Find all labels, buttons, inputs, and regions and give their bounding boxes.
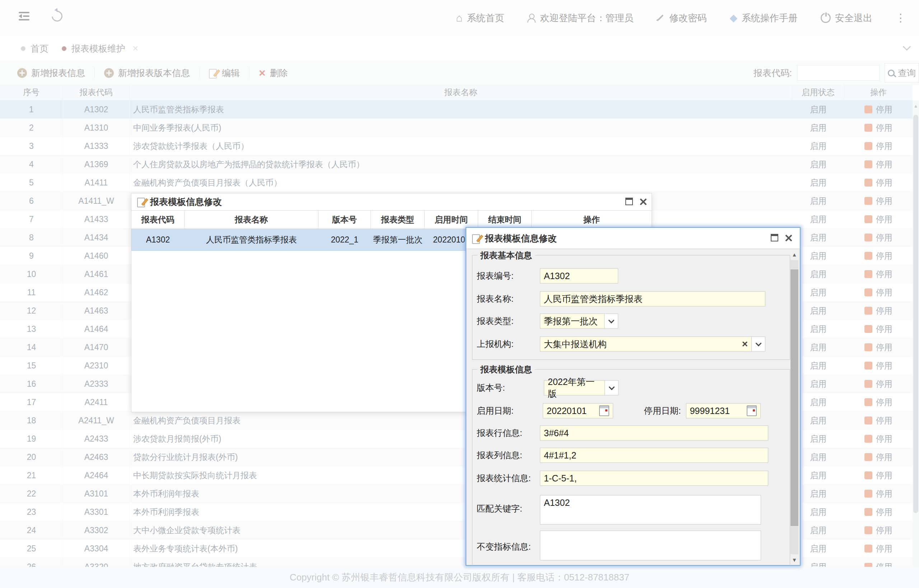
report-no-label: 报表编号: — [477, 270, 540, 282]
report-type-select[interactable]: 季报第一批次 — [540, 313, 605, 329]
report-name-label: 报表名称: — [477, 293, 540, 305]
report-type-dropdown-button[interactable] — [605, 313, 618, 329]
keyword-textarea[interactable]: A1302 — [540, 495, 761, 525]
dialog-title: 报表模板信息修改 — [485, 233, 557, 244]
report-org-dropdown-button[interactable] — [752, 336, 765, 352]
col-end-time: 结束时间 — [478, 211, 532, 229]
version-dropdown-button[interactable] — [605, 380, 618, 395]
fieldset-legend: 报表基本信息 — [477, 250, 535, 261]
report-org-value: 大集中报送机构 — [544, 338, 607, 350]
chevron-down-icon — [755, 341, 761, 347]
keyword-label: 匹配关键字: — [477, 503, 540, 514]
cell-version: 2022_1 — [319, 229, 371, 250]
fieldset-legend: 报表模板信息 — [477, 364, 535, 375]
version-label: 版本号: — [477, 382, 540, 394]
report-no-field[interactable]: A1302 — [540, 268, 618, 283]
start-date-field[interactable]: 20220101 — [543, 403, 613, 418]
dialog-table-header: 报表代码 报表名称 版本号 报表类型 启用时间 结束时间 操作 — [131, 210, 652, 229]
stop-date-label: 停用日期: — [644, 405, 681, 417]
close-icon[interactable] — [785, 234, 792, 241]
col-report-type: 报表类型 — [371, 211, 425, 229]
scroll-up-icon[interactable]: ▲ — [791, 252, 798, 258]
col-report-name: 报表名称 — [184, 211, 319, 229]
row-info-field[interactable]: 3#6#4 — [540, 425, 768, 441]
col-report-code: 报表代码 — [131, 211, 184, 229]
stop-date-value: 99991231 — [690, 406, 730, 416]
calendar-icon[interactable] — [599, 405, 609, 416]
dialog-title: 报表模板信息修改 — [150, 196, 222, 208]
maximize-icon[interactable] — [625, 198, 633, 205]
row-info-label: 报表行信息: — [477, 427, 540, 439]
cell-report-type: 季报第一批次 — [371, 229, 425, 250]
fixed-indicator-label: 不变指标信息: — [477, 541, 540, 552]
close-icon[interactable] — [639, 198, 647, 205]
maximize-icon[interactable] — [771, 234, 778, 241]
col-version: 版本号 — [319, 211, 371, 229]
report-name-field[interactable]: 人民币监管类指标季报表 — [540, 291, 765, 306]
stop-date-field[interactable]: 99991231 — [686, 403, 761, 418]
scroll-down-icon[interactable]: ▼ — [791, 557, 798, 563]
report-org-label: 上报机构: — [477, 338, 540, 350]
cell-report-name: 人民币监管类指标季报表 — [184, 229, 319, 250]
col-info-field[interactable]: 4#1#1,2 — [540, 448, 768, 463]
report-template-edit-form-dialog: 报表模板信息修改 报表基本信息 报表模板信息 报表编号: A1302 报表名称:… — [466, 227, 801, 566]
col-start-time: 启用时间 — [425, 211, 478, 229]
dialog-titlebar[interactable]: 报表模板信息修改 — [466, 228, 800, 249]
cell-report-code: A1302 — [131, 229, 184, 250]
dialog-titlebar[interactable]: 报表模板信息修改 — [131, 193, 652, 210]
clear-icon[interactable]: × — [742, 339, 748, 349]
start-date-value: 20220101 — [547, 406, 587, 416]
version-select[interactable]: 2022年第一版 — [544, 380, 605, 395]
calendar-icon[interactable] — [747, 405, 757, 416]
report-org-combo[interactable]: 大集中报送机构 × — [540, 336, 752, 352]
col-info-label: 报表列信息: — [477, 449, 540, 461]
stat-info-label: 报表统计信息: — [477, 472, 540, 484]
chevron-down-icon — [608, 318, 614, 324]
app-window: ⌂ 系统首页 欢迎登陆平台：管理员 修改密码 ◆ 系统操作手册 安全退出 ⋮ — [0, 0, 919, 588]
scrollbar-thumb[interactable] — [791, 270, 798, 526]
edit-page-icon — [137, 197, 146, 207]
start-date-label: 启用日期: — [477, 405, 540, 417]
edit-page-icon — [472, 234, 481, 243]
chevron-down-icon — [608, 384, 615, 390]
dialog-scrollbar[interactable]: ▲ ▼ — [791, 252, 798, 563]
stat-info-field[interactable]: 1-C-5-1, — [540, 471, 768, 486]
fixed-indicator-textarea[interactable] — [540, 531, 761, 561]
col-operation: 操作 — [532, 211, 652, 229]
report-type-label: 报表类型: — [477, 315, 540, 327]
